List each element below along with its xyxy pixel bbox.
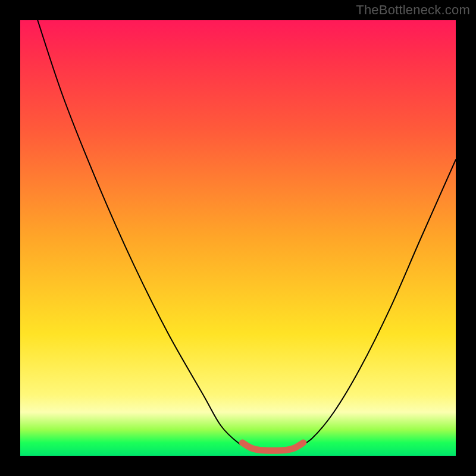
plot-area: [20, 20, 456, 456]
left-curve: [37, 20, 251, 449]
right-curve: [295, 159, 456, 449]
chart-frame: TheBottleneck.com: [0, 0, 476, 476]
watermark-text: TheBottleneck.com: [356, 2, 470, 18]
trough-highlight: [242, 443, 303, 450]
curve-layer: [20, 20, 456, 456]
